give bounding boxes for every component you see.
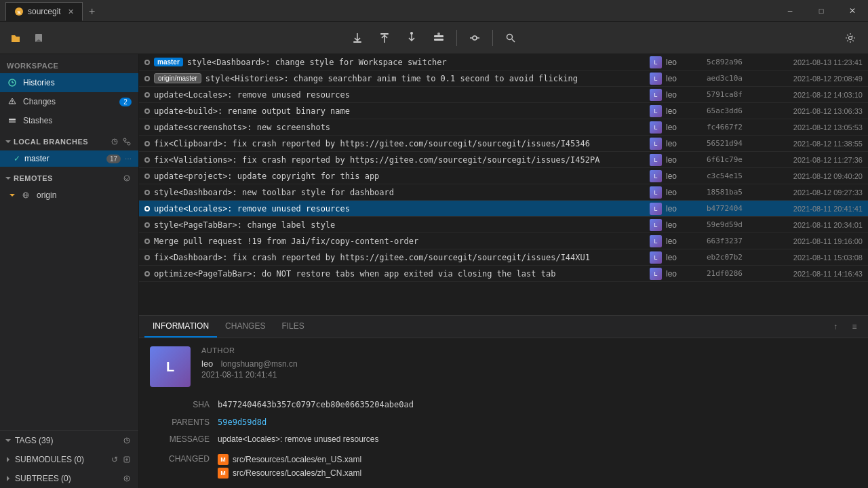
commit-row[interactable]: optimize<PageTabBar>: do NOT restore tab… [139,266,868,282]
svg-point-33 [124,176,130,181]
graph-dot [144,271,150,277]
remote-icon [22,191,30,199]
commit-row[interactable]: update<screenshots>: new screenshotsLleo… [139,119,868,136]
changed-files-list: Msrc/Resources/Locales/en_US.xamlMsrc/Re… [218,453,361,480]
changes-icon [7,96,18,107]
main-layout: WORKSPACE Histories Changes 2 Stashes LO… [0,54,868,488]
sidebar-item-histories[interactable]: Histories [0,73,138,92]
submodules-item[interactable]: SUBMODULES (0) ↺ [0,450,138,469]
tab-files[interactable]: FILES [273,316,312,338]
svg-marker-46 [7,476,9,481]
commit-date: 2021-08-11 19:16:00 [754,237,863,245]
commit-row[interactable]: update<Locales>: remove unused resources… [139,87,868,103]
tab-changes[interactable]: CHANGES [217,316,273,338]
commit-avatar: L [650,73,662,85]
sidebar-item-stashes[interactable]: Stashes [0,111,138,130]
sha-label: SHA [150,398,218,413]
svg-point-10 [473,36,477,40]
push-btn[interactable] [399,26,424,50]
graph-dot [144,174,150,179]
settings-icon [845,33,856,43]
commit-message: update<Locales>: remove unused resources [154,90,644,100]
search-toolbar-btn[interactable] [498,26,523,50]
new-tab-btn[interactable]: + [83,2,102,21]
author-name-line: leo longshuang@msn.cn [201,359,298,369]
fetch-btn[interactable] [345,26,370,50]
titlebar-controls: – □ ✕ [774,0,868,21]
branch-fetch-btn[interactable] [108,136,121,148]
stash-toolbar-btn[interactable] [427,26,451,50]
parents-value[interactable]: 59e9d59d8d [218,415,857,430]
app-tab[interactable]: S sourcegit ✕ [5,2,83,21]
minimize-btn[interactable]: – [774,0,806,22]
close-btn[interactable]: ✕ [837,0,868,22]
submodules-add-btn[interactable] [121,453,133,466]
graph-dot [144,76,150,81]
commit-tag: origin/master [154,73,201,83]
detail-content: L AUTHOR leo longshuang@msn.cn 2021-08-1… [139,338,868,488]
svg-point-21 [12,103,12,104]
tags-item[interactable]: TAGS (39) [0,430,138,450]
sort-desc-btn[interactable]: ≡ [846,319,863,335]
submodules-refresh-btn[interactable]: ↺ [108,453,121,466]
local-branches-header[interactable]: LOCAL BRANCHES [0,130,138,150]
sort-asc-btn[interactable]: ↑ [827,319,844,335]
branch-name: master [24,154,102,163]
commit-author: leo [666,253,707,262]
svg-point-15 [849,36,852,39]
commit-row[interactable]: update<Locales>: remove unused resources… [139,201,868,217]
commit-row[interactable]: Merge pull request !19 from Jai/fix/copy… [139,233,868,249]
commit-date: 2021-08-12 11:38:55 [754,140,863,148]
commit-row[interactable]: masterstyle<Dashboard>: change style for… [139,54,868,70]
histories-label: Histories [23,78,132,87]
svg-marker-38 [5,439,11,442]
remote-expand-icon [9,192,15,198]
tags-label: TAGS (39) [15,436,121,445]
maximize-btn[interactable]: □ [806,0,837,22]
graph-dot [144,157,150,163]
commit-row[interactable]: origin/masterstyle<Histories>: change se… [139,70,868,87]
local-branches-label: LOCAL BRANCHES [14,138,108,146]
commit-author: leo [666,90,707,100]
branch-add-btn[interactable] [121,136,133,148]
fetch-remote-btn[interactable] [121,172,133,184]
folder-btn[interactable] [5,28,49,48]
commit-row[interactable]: fix<Validations>: fix crash reported by … [139,152,868,168]
open-folder-btn[interactable] [5,28,26,48]
commit-row[interactable]: fix<Dashboard>: fix crash reported by ht… [139,249,868,266]
changed-file[interactable]: Msrc/Resources/Locales/en_US.xaml [218,453,361,466]
commit-hash: 56521d94 [707,139,754,148]
submodules-label: SUBMODULES (0) [15,455,108,464]
commit-btn[interactable] [462,26,487,50]
toolbar [0,22,868,54]
subtrees-item[interactable]: SUBTREES (0) [0,469,138,488]
changed-file[interactable]: Msrc/Resources/Locales/zh_CN.xaml [218,466,361,480]
toolbar-settings-btn[interactable] [838,26,863,50]
author-section-label: AUTHOR [201,346,298,354]
bookmark-btn[interactable] [28,28,49,48]
author-email: longshuang@msn.cn [221,359,298,369]
commit-row[interactable]: style<PageTabBar>: change label styleLle… [139,217,868,233]
tags-fetch-btn[interactable] [121,434,133,447]
remotes-header[interactable]: REMOTES [0,167,138,187]
sidebar-item-changes[interactable]: Changes 2 [0,92,138,111]
commit-row[interactable]: style<Dashboard>: new toolbar style for … [139,184,868,201]
commit-hash: 5791ca8f [707,90,754,99]
tab-information[interactable]: INFORMATION [144,316,217,338]
graph-dot [144,141,150,146]
tab-close-btn[interactable]: ✕ [68,7,74,16]
commit-date: 2021-08-11 14:16:43 [754,270,863,278]
pull-btn[interactable] [372,26,397,50]
detail-tabs: INFORMATION CHANGES FILES ↑ ≡ [139,316,868,338]
expand-icon [5,139,11,144]
meta-section: SHA b4772404643b357c0797ceb80e06635204ab… [150,398,857,447]
commit-hash: aed3c10a [707,74,754,83]
svg-rect-4 [353,41,361,43]
branch-item-master[interactable]: ✓ master 17 ⋯ [0,150,138,167]
commit-hash: 6f61c79e [707,155,754,164]
commit-row[interactable]: update<build>: rename output binary name… [139,103,868,119]
commit-row[interactable]: update<project>: update copyright for th… [139,168,868,184]
subtrees-add-btn[interactable] [121,472,133,485]
commit-row[interactable]: fix<Clipboard>: fix crash reported by ht… [139,136,868,152]
remote-item-origin[interactable]: origin [0,187,138,203]
